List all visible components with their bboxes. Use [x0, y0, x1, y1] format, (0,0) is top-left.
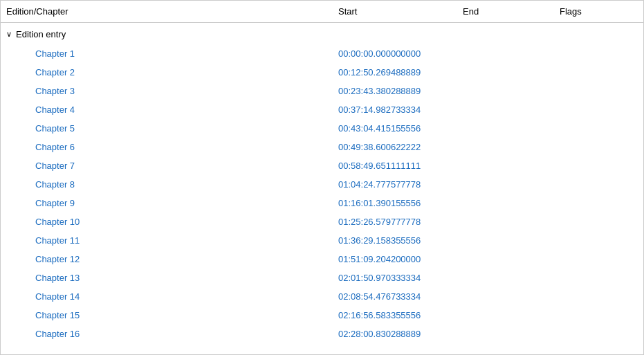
chapter-flags [554, 238, 643, 244]
chapter-end [457, 294, 554, 300]
chapter-end [457, 163, 554, 169]
chapter-end [457, 238, 554, 244]
edition-label: Edition entry [16, 29, 66, 39]
chapter-flags [554, 331, 643, 337]
chapter-flags [554, 145, 643, 150]
chapter-row[interactable]: Chapter 1101:36:29.158355556 [1, 231, 643, 250]
chapter-flags [554, 275, 643, 281]
chapter-end [457, 145, 554, 150]
chapter-start: 00:12:50.269488889 [333, 64, 457, 80]
edition-row[interactable]: ∨ Edition entry [1, 24, 643, 44]
chapter-name: Chapter 10 [1, 214, 333, 230]
chapter-start: 01:04:24.777577778 [333, 176, 457, 192]
chapter-flags [554, 107, 643, 113]
chapter-start: 00:49:38.600622222 [333, 139, 457, 155]
chapter-name: Chapter 14 [1, 289, 333, 304]
chapter-name: Chapter 16 [1, 326, 333, 342]
chapter-end [457, 126, 554, 131]
chapter-flags [554, 313, 643, 318]
chapter-name: Chapter 5 [1, 120, 333, 136]
chapter-end [457, 182, 554, 188]
chapters-container: Chapter 100:00:00.000000000Chapter 200:1… [1, 44, 643, 343]
chapter-end [457, 51, 554, 57]
chapter-row[interactable]: Chapter 1302:01:50.970333334 [1, 268, 643, 287]
chapter-start: 00:23:43.380288889 [333, 83, 457, 99]
chapter-name: Chapter 11 [1, 233, 333, 248]
chapter-start: 02:16:56.583355556 [333, 307, 457, 323]
chapter-name: Chapter 7 [1, 158, 333, 174]
chapter-name: Chapter 15 [1, 307, 333, 323]
chapter-end [457, 331, 554, 337]
chapter-end [457, 70, 554, 75]
chapter-flags [554, 257, 643, 262]
chapter-row[interactable]: Chapter 1602:28:00.830288889 [1, 325, 643, 343]
chapter-row[interactable]: Chapter 100:00:00.000000000 [1, 44, 643, 63]
edition-entry: ∨ Edition entry [1, 26, 333, 42]
chapter-flags [554, 201, 643, 206]
table-header: Edition/Chapter Start End Flags [1, 1, 643, 23]
chapter-row[interactable]: Chapter 801:04:24.777577778 [1, 175, 643, 194]
chapter-start: 00:37:14.982733334 [333, 102, 457, 118]
edition-end [457, 32, 554, 37]
chapter-name: Chapter 1 [1, 46, 333, 62]
edition-flags [554, 32, 643, 37]
chapter-start: 02:28:00.830288889 [333, 326, 457, 342]
edition-start [333, 32, 457, 37]
chapter-row[interactable]: Chapter 600:49:38.600622222 [1, 138, 643, 156]
edition-chapter-table: Edition/Chapter Start End Flags ∨ Editio… [0, 0, 644, 355]
chapter-end [457, 275, 554, 281]
chapter-start: 00:58:49.651111111 [333, 158, 457, 174]
chapter-row[interactable]: Chapter 1001:25:26.579777778 [1, 212, 643, 231]
chapter-row[interactable]: Chapter 700:58:49.651111111 [1, 156, 643, 175]
chapter-flags [554, 126, 643, 131]
chapter-start: 02:08:54.476733334 [333, 289, 457, 304]
chapter-name: Chapter 6 [1, 139, 333, 155]
header-end: End [457, 3, 554, 19]
chevron-icon: ∨ [6, 30, 12, 39]
chapter-start: 01:36:29.158355556 [333, 233, 457, 248]
chapter-end [457, 107, 554, 113]
header-flags: Flags [554, 3, 643, 19]
chapter-row[interactable]: Chapter 200:12:50.269488889 [1, 63, 643, 82]
chapter-row[interactable]: Chapter 300:23:43.380288889 [1, 82, 643, 100]
chapter-row[interactable]: Chapter 400:37:14.982733334 [1, 100, 643, 119]
chapter-flags [554, 51, 643, 57]
chapter-flags [554, 70, 643, 75]
header-start: Start [333, 3, 457, 19]
chapter-start: 01:16:01.390155556 [333, 195, 457, 211]
chapter-start: 00:43:04.415155556 [333, 120, 457, 136]
chapter-end [457, 219, 554, 225]
chapter-end [457, 257, 554, 262]
chapter-start: 00:00:00.000000000 [333, 46, 457, 62]
chapter-name: Chapter 4 [1, 102, 333, 118]
chapter-row[interactable]: Chapter 901:16:01.390155556 [1, 194, 643, 212]
chapter-name: Chapter 3 [1, 83, 333, 99]
chapter-name: Chapter 13 [1, 270, 333, 286]
chapter-row[interactable]: Chapter 500:43:04.415155556 [1, 119, 643, 138]
chapter-name: Chapter 2 [1, 64, 333, 80]
chapter-name: Chapter 9 [1, 195, 333, 211]
chapter-name: Chapter 12 [1, 251, 333, 267]
chapter-flags [554, 294, 643, 300]
chapter-start: 01:51:09.204200000 [333, 251, 457, 267]
chapter-flags [554, 163, 643, 169]
chapter-end [457, 313, 554, 318]
chapter-row[interactable]: Chapter 1502:16:56.583355556 [1, 306, 643, 325]
chapter-end [457, 201, 554, 206]
chapter-flags [554, 219, 643, 225]
chapter-end [457, 89, 554, 94]
chapter-start: 01:25:26.579777778 [333, 214, 457, 230]
chapter-flags [554, 89, 643, 94]
chapter-row[interactable]: Chapter 1201:51:09.204200000 [1, 250, 643, 268]
header-edition: Edition/Chapter [1, 3, 333, 19]
chapter-flags [554, 182, 643, 188]
chapter-row[interactable]: Chapter 1402:08:54.476733334 [1, 287, 643, 306]
chapter-name: Chapter 8 [1, 176, 333, 192]
table-body: ∨ Edition entry Chapter 100:00:00.000000… [1, 23, 643, 345]
chapter-start: 02:01:50.970333334 [333, 270, 457, 286]
